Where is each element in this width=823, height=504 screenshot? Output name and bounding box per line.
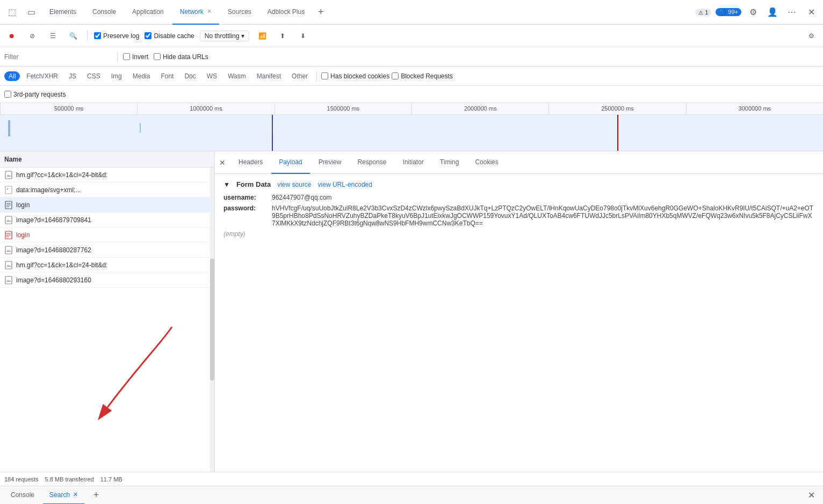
top-tab-bar: ⬚ ▭ Elements Console Application Network… (0, 0, 823, 25)
throttle-select[interactable]: No throttling ▾ (200, 31, 250, 41)
device-toolbar-icon[interactable]: ▭ (24, 5, 39, 20)
disable-cache-checkbox[interactable] (145, 32, 151, 39)
svg-rect-13 (5, 261, 12, 269)
search-btn[interactable]: 🔍 (66, 28, 81, 43)
disable-cache-checkbox-label[interactable]: Disable cache (145, 32, 194, 40)
bottom-tab-search-close-icon[interactable]: ✕ (73, 491, 78, 498)
bottom-tab-search[interactable]: Search ✕ (43, 486, 84, 505)
type-ws-btn[interactable]: WS (203, 71, 221, 81)
type-filter-row: All Fetch/XHR JS CSS Img Media Font Doc … (0, 67, 823, 86)
file-list-panel: Name hm.gif?cc=1&ck=1&cl=24-bit&d: data:… (0, 151, 215, 472)
add-tab-icon[interactable]: + (313, 5, 328, 20)
hide-data-urls-checkbox-label[interactable]: Hide data URLs (154, 53, 208, 61)
record-btn[interactable]: ⏺ (4, 28, 19, 43)
list-item[interactable]: data:image/svg+xml;... (0, 182, 214, 198)
type-css-btn[interactable]: CSS (83, 71, 105, 81)
network-toolbar: ⏺ ⊘ ☰ 🔍 Preserve log Disable cache No th… (0, 25, 823, 47)
detail-content: ▼ Form Data view source view URL-encoded… (215, 174, 823, 472)
detail-tab-headers[interactable]: Headers (231, 151, 270, 174)
file-doc-icon (4, 201, 13, 209)
filter-sep (117, 52, 118, 62)
list-item[interactable]: image?d=1646879709841 (0, 213, 214, 228)
timeline-area: 500000 ms 1000000 ms 1500000 ms 2000000 … (0, 103, 823, 151)
type-other-btn[interactable]: Other (287, 71, 312, 81)
file-image-icon (4, 261, 13, 269)
view-url-encoded-link[interactable]: view URL-encoded (318, 181, 372, 188)
form-row-empty: (empty) (223, 230, 814, 238)
file-image-icon (4, 186, 13, 194)
list-item-login-selected[interactable]: login (0, 198, 214, 213)
username-label: username: (223, 194, 272, 201)
download-icon[interactable]: ⬇ (295, 28, 311, 43)
list-item-login-red[interactable]: login (0, 228, 214, 243)
tab-console[interactable]: Console (85, 0, 124, 25)
filter-input[interactable] (4, 53, 112, 61)
type-fetch-xhr-btn[interactable]: Fetch/XHR (22, 71, 62, 81)
list-item[interactable]: hm.gif?cc=1&ck=1&cl=24-bit&d: (0, 167, 214, 182)
timeline-bar-3 (272, 120, 273, 134)
svg-rect-7 (5, 216, 12, 224)
list-item[interactable]: image?d=1646880287762 (0, 243, 214, 258)
type-font-btn[interactable]: Font (156, 71, 178, 81)
tab-network-close-icon[interactable]: ✕ (207, 8, 212, 15)
form-data-triangle: ▼ (223, 181, 230, 188)
type-img-btn[interactable]: Img (107, 71, 126, 81)
has-blocked-cookies-label[interactable]: Has blocked cookies (321, 72, 389, 80)
scrollbar-track[interactable] (210, 167, 214, 472)
toolbar-settings-icon[interactable]: ⚙ (804, 28, 819, 43)
upload-icon[interactable]: ⬆ (275, 28, 290, 43)
detail-tab-preview[interactable]: Preview (311, 151, 349, 174)
tab-adblock[interactable]: Adblock Plus (260, 0, 312, 25)
tab-network[interactable]: Network ✕ (172, 0, 219, 25)
profile-icon[interactable]: 👤 (765, 5, 780, 20)
form-data-title: Form Data (236, 180, 271, 188)
issues-badge[interactable]: ⚠ 1 (695, 9, 711, 16)
third-party-checkbox-label[interactable]: 3rd-party requests (4, 91, 66, 98)
bottom-tab-console[interactable]: Console (4, 486, 41, 505)
blocked-requests-checkbox[interactable] (392, 72, 399, 79)
add-bottom-tab-icon[interactable]: + (89, 488, 104, 503)
timeline-label-5: 3000000 ms (686, 103, 823, 114)
has-blocked-cookies-checkbox[interactable] (321, 72, 328, 79)
tab-elements[interactable]: Elements (42, 0, 84, 25)
notifications-badge[interactable]: 🔵 99+ (716, 8, 741, 16)
scrollbar-thumb[interactable] (210, 259, 214, 381)
timeline-label-2: 1500000 ms (275, 103, 412, 114)
detail-tab-initiator[interactable]: Initiator (395, 151, 431, 174)
hide-data-urls-checkbox[interactable] (154, 53, 161, 60)
tab-sources[interactable]: Sources (220, 0, 259, 25)
settings-icon[interactable]: ⚙ (746, 5, 761, 20)
preserve-log-checkbox-label[interactable]: Preserve log (94, 32, 139, 40)
file-image-icon (4, 246, 13, 254)
transferred-size: 5.8 MB transferred (45, 476, 94, 483)
timeline-bar-1 (8, 120, 10, 136)
detail-tab-payload[interactable]: Payload (271, 151, 309, 174)
filter-toggle-btn[interactable]: ☰ (45, 28, 60, 43)
close-devtools-icon[interactable]: ✕ (804, 5, 819, 20)
type-doc-btn[interactable]: Doc (180, 71, 200, 81)
type-manifest-btn[interactable]: Manifest (252, 71, 285, 81)
blocked-requests-label[interactable]: Blocked Requests (392, 72, 453, 80)
view-source-link[interactable]: view source (277, 181, 311, 188)
clear-btn[interactable]: ⊘ (25, 28, 40, 43)
list-item[interactable]: image?d=1646880293160 (0, 273, 214, 288)
wifi-icon[interactable]: 📶 (255, 28, 270, 43)
detail-tab-cookies[interactable]: Cookies (467, 151, 506, 174)
close-bottom-panel-icon[interactable]: ✕ (804, 488, 819, 503)
type-all-btn[interactable]: All (4, 71, 20, 81)
type-js-btn[interactable]: JS (64, 71, 81, 81)
detail-tab-response[interactable]: Response (350, 151, 394, 174)
preserve-log-checkbox[interactable] (94, 32, 101, 39)
third-party-checkbox[interactable] (4, 91, 11, 98)
form-empty-value: (empty) (223, 230, 246, 238)
invert-checkbox-label[interactable]: Invert (123, 53, 148, 61)
more-options-icon[interactable]: ⋯ (784, 5, 799, 20)
list-item[interactable]: hm.gif?cc=1&ck=1&cl=24-bit&d: (0, 258, 214, 273)
detail-tab-timing[interactable]: Timing (432, 151, 467, 174)
type-wasm-btn[interactable]: Wasm (223, 71, 250, 81)
invert-checkbox[interactable] (123, 53, 130, 60)
inspect-element-icon[interactable]: ⬚ (4, 5, 19, 20)
tab-application[interactable]: Application (125, 0, 171, 25)
close-panel-btn[interactable]: ✕ (219, 158, 226, 167)
type-media-btn[interactable]: Media (128, 71, 155, 81)
